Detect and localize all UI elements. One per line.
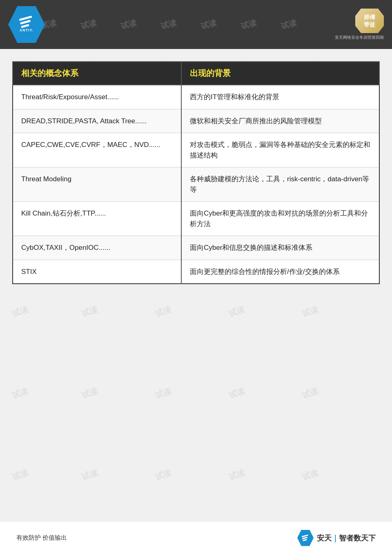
main-table: 相关的概念体系 出现的背景 Threat/Risk/Exposure/Asset… (12, 61, 380, 284)
header-wm-2: 试读 (80, 18, 97, 32)
header-logo: ANTIY. (8, 6, 45, 43)
table-cell-col1: Kill Chain,钻石分析,TTP...... (13, 202, 181, 236)
footer-brand-part1: 安天 (317, 534, 332, 542)
logo-stripes (19, 16, 34, 28)
watermark-17: 试读 (154, 304, 173, 320)
watermark-19: 试读 (301, 304, 320, 320)
table-cell-col1: DREAD,STRIDE,PASTA, Attack Tree...... (13, 109, 181, 133)
footer-stripe-3 (303, 539, 307, 541)
watermark-15: 试读 (11, 304, 30, 320)
logo-text: ANTIY. (20, 28, 34, 32)
watermark-21: 试读 (80, 385, 100, 401)
watermark-16: 试读 (80, 304, 100, 320)
table-row: CAPEC,CWE,CVE,CVRF，MAEC，NVD......对攻击模式，脆… (13, 133, 379, 167)
watermark-24: 试读 (301, 385, 320, 401)
right-logo-text: 师傅 带徒 (364, 13, 375, 28)
watermark-20: 试读 (11, 385, 30, 401)
watermark-27: 试读 (154, 467, 173, 483)
badge-line2: 带徒 (364, 21, 375, 28)
header-wm-7: 试读 (280, 18, 297, 32)
table-cell-col2: 对攻击模式，脆弱点，漏洞等各种基础的安全元素的标定和描述结构 (181, 133, 379, 167)
footer-left-text: 有效防护 价值输出 (16, 534, 67, 542)
watermark-25: 试读 (11, 467, 30, 483)
table-row: Kill Chain,钻石分析,TTP......面向Cyber和更高强度的攻击… (13, 202, 379, 236)
col1-header: 相关的概念体系 (13, 62, 181, 85)
table-row: CybOX,TAXII，OpenIOC......面向Cyber和信息交换的描述… (13, 236, 379, 260)
header-wm-5: 试读 (200, 18, 217, 32)
footer-brand-part2: 智者数天下 (339, 534, 376, 542)
table-row: Threat/Risk/Exposure/Asset......西方的IT管理和… (13, 85, 379, 109)
col2-header: 出现的背景 (181, 62, 379, 85)
table-cell-col1: Threat/Risk/Exposure/Asset...... (13, 85, 181, 109)
right-logo-shape: 师傅 带徒 (355, 9, 384, 33)
logo-inner: ANTIY. (20, 17, 34, 32)
watermark-22: 试读 (154, 385, 173, 401)
watermark-23: 试读 (227, 385, 247, 401)
footer-logo-inner (302, 534, 310, 541)
footer-right: 安天｜智者数天下 (297, 530, 376, 546)
header-subtitle: 安天网络安全冬训营第四期 (335, 35, 384, 40)
table-cell-col1: Threat Modeling (13, 167, 181, 202)
table-cell-col1: CybOX,TAXII，OpenIOC...... (13, 236, 181, 260)
table-header-row: 相关的概念体系 出现的背景 (13, 62, 379, 85)
header-wm-6: 试读 (240, 18, 257, 32)
footer-stripe-2 (302, 537, 307, 539)
table-container: 相关的概念体系 出现的背景 Threat/Risk/Exposure/Asset… (12, 61, 380, 284)
header-wm-3: 试读 (120, 18, 137, 32)
watermark-28: 试读 (227, 467, 247, 483)
header: ANTIY. 试读 试读 试读 试读 试读 试读 试读 师傅 带徒 安天网络安全… (0, 0, 392, 49)
header-wm-4: 试读 (160, 18, 177, 32)
table-cell-col2: 面向Cyber和信息交换的描述和标准体系 (181, 236, 379, 260)
table-row: STIX面向更完整的综合性的情报分析/作业/交换的体系 (13, 260, 379, 284)
table-cell-col2: 各种威胁建模的方法论，工具，risk-centric，data-driven等等 (181, 167, 379, 202)
table-cell-col1: STIX (13, 260, 181, 284)
header-watermarks: 试读 试读 试读 试读 试读 试读 试读 (41, 0, 331, 49)
header-right-logo: 师傅 带徒 安天网络安全冬训营第四期 (335, 9, 384, 40)
watermark-18: 试读 (227, 304, 247, 320)
table-cell-col1: CAPEC,CWE,CVE,CVRF，MAEC，NVD...... (13, 133, 181, 167)
table-cell-col2: 微软和相关安全厂商所推出的风险管理模型 (181, 109, 379, 133)
footer: 有效防护 价值输出 安天｜智者数天下 (0, 521, 392, 554)
table-cell-col2: 西方的IT管理和标准化的背景 (181, 85, 379, 109)
table-cell-col2: 面向更完整的综合性的情报分析/作业/交换的体系 (181, 260, 379, 284)
logo-stripe-3 (21, 24, 29, 28)
table-row: DREAD,STRIDE,PASTA, Attack Tree......微软和… (13, 109, 379, 133)
table-row: Threat Modeling各种威胁建模的方法论，工具，risk-centri… (13, 167, 379, 202)
table-cell-col2: 面向Cyber和更高强度的攻击和对抗的场景的分析工具和分析方法 (181, 202, 379, 236)
watermark-26: 试读 (80, 467, 100, 483)
footer-logo-icon (297, 530, 314, 546)
footer-brand-text: 安天｜智者数天下 (317, 533, 376, 543)
badge-line1: 师傅 (364, 13, 375, 21)
watermark-29: 试读 (301, 467, 320, 483)
